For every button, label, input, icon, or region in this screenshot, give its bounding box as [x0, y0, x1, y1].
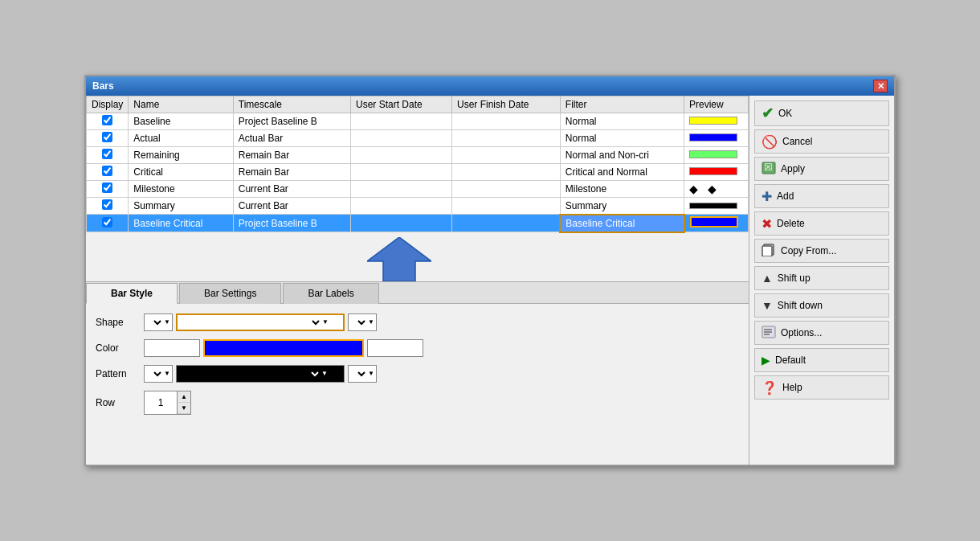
chevron-down-icon: ▼ — [164, 318, 172, 326]
apply-label: Apply — [781, 163, 805, 174]
shift-down-icon: ▼ — [762, 299, 773, 312]
col-user-finish: User Finish Date — [452, 96, 561, 113]
pattern-label: Pattern — [96, 368, 144, 379]
delete-icon: ✖ — [762, 216, 772, 232]
table-row[interactable]: Remaining Remain Bar Normal and Non-cri — [87, 147, 749, 164]
add-button[interactable]: ✚ Add — [754, 184, 889, 208]
delete-button[interactable]: ✖ Delete — [754, 211, 889, 236]
arrow-area — [86, 233, 749, 281]
row-input[interactable]: 1 — [145, 391, 177, 414]
copy-icon — [762, 244, 776, 259]
ok-label: OK — [778, 108, 792, 119]
row-name: Critical — [129, 164, 233, 181]
table-row[interactable]: Milestone Current Bar Milestone ◆ ◆ — [87, 181, 749, 198]
shape-right-select[interactable] — [349, 314, 368, 330]
default-play-icon: ▶ — [762, 354, 770, 367]
help-icon: ❓ — [762, 380, 778, 396]
row-user-finish — [452, 164, 561, 181]
row-display[interactable] — [87, 181, 129, 198]
row-spin-down[interactable]: ▼ — [178, 403, 190, 414]
help-label: Help — [782, 382, 802, 393]
row-user-start — [351, 113, 452, 130]
row-display[interactable] — [87, 198, 129, 215]
default-button[interactable]: ▶ Default — [754, 348, 889, 372]
row-display[interactable] — [87, 113, 129, 130]
preview-black-bar — [689, 203, 737, 209]
copy-icon-svg — [762, 244, 776, 256]
row-display[interactable] — [87, 147, 129, 164]
close-button[interactable]: ✕ — [873, 80, 888, 92]
copy-from-button[interactable]: Copy From... — [754, 239, 889, 263]
shape-right-select-wrapper[interactable]: ▼ — [348, 314, 377, 331]
row-preview — [684, 147, 749, 164]
row-name: Actual — [129, 130, 233, 147]
add-icon: ✚ — [762, 189, 772, 204]
table-row[interactable]: Actual Actual Bar Normal — [87, 130, 749, 147]
row-display[interactable] — [87, 130, 129, 147]
row-filter: Critical and Normal — [560, 164, 684, 181]
shape-row: Shape ▼ ▼ ▼ — [96, 314, 739, 331]
row-row: Row 1 ▲ ▼ — [96, 391, 739, 415]
row-spinner[interactable]: 1 ▲ ▼ — [144, 391, 191, 415]
pattern-middle-select-wrapper[interactable]: ▼ — [176, 365, 345, 383]
options-label: Options... — [781, 327, 822, 338]
row-timescale: Remain Bar — [233, 164, 350, 181]
pattern-right-select-wrapper[interactable]: ▼ — [348, 365, 377, 383]
pattern-right-select[interactable] — [349, 366, 368, 382]
pattern-middle-select[interactable] — [177, 366, 321, 382]
row-spin-up[interactable]: ▲ — [178, 391, 190, 403]
options-button[interactable]: Options... — [754, 321, 889, 345]
svg-rect-6 — [764, 329, 772, 330]
row-filter: Summary — [560, 198, 684, 215]
row-name: Remaining — [129, 147, 233, 164]
ok-button[interactable]: ✔ OK — [754, 100, 889, 126]
help-button[interactable]: ❓ Help — [754, 375, 889, 400]
row-user-start — [351, 147, 452, 164]
cancel-button[interactable]: 🚫 Cancel — [754, 129, 889, 154]
tab-bar-labels[interactable]: Bar Labels — [283, 283, 378, 304]
preview-diamond-icon: ◆ ◆ — [689, 182, 717, 195]
bars-table: Display Name Timescale User Start Date U… — [86, 96, 749, 233]
shape-middle-select-wrapper[interactable]: ▼ — [176, 314, 345, 331]
row-timescale: Actual Bar — [233, 130, 350, 147]
apply-button[interactable]: ☒ Apply — [754, 157, 889, 181]
col-user-start: User Start Date — [351, 96, 452, 113]
options-icon-svg — [762, 326, 776, 338]
color-row: Color — [96, 339, 739, 357]
shape-left-select-wrapper[interactable]: ▼ — [144, 314, 173, 331]
tab-bar: Bar Style Bar Settings Bar Labels — [86, 282, 749, 304]
shape-left-select[interactable] — [145, 314, 164, 330]
tab-bar-style[interactable]: Bar Style — [86, 283, 178, 304]
row-filter: Baseline Critical — [560, 215, 684, 232]
color-left-swatch[interactable] — [144, 339, 200, 357]
row-label: Row — [96, 397, 144, 408]
shape-middle-select[interactable] — [178, 314, 322, 330]
table-row[interactable]: Baseline Project Baseline B Normal — [87, 113, 749, 130]
table-row-selected[interactable]: Baseline Critical Project Baseline B Bas… — [87, 215, 749, 232]
row-filter: Normal and Non-cri — [560, 147, 684, 164]
table-row[interactable]: Summary Current Bar Summary — [87, 198, 749, 215]
shift-down-button[interactable]: ▼ Shift down — [754, 293, 889, 318]
row-display[interactable] — [87, 164, 129, 181]
cancel-icon: 🚫 — [762, 134, 778, 150]
svg-rect-8 — [764, 334, 770, 335]
col-display: Display — [87, 96, 129, 113]
preview-blue-selected-bar — [690, 216, 738, 227]
row-preview — [684, 164, 749, 181]
svg-rect-7 — [764, 331, 772, 333]
row-spin-buttons: ▲ ▼ — [177, 391, 190, 414]
col-name: Name — [129, 96, 233, 113]
row-display[interactable] — [87, 215, 129, 232]
chevron-down-icon: ▼ — [322, 318, 329, 326]
row-filter: Normal — [560, 130, 684, 147]
table-row[interactable]: Critical Remain Bar Critical and Normal — [87, 164, 749, 181]
tab-bar-settings[interactable]: Bar Settings — [179, 283, 281, 304]
row-preview — [684, 215, 749, 232]
dialog-title: Bars — [92, 80, 114, 92]
col-filter: Filter — [560, 96, 684, 113]
pattern-left-select[interactable] — [145, 366, 164, 382]
pattern-left-select-wrapper[interactable]: ▼ — [144, 365, 173, 383]
shift-up-button[interactable]: ▲ Shift up — [754, 266, 889, 290]
color-right-swatch[interactable] — [367, 339, 423, 357]
color-middle-swatch[interactable] — [203, 339, 364, 357]
